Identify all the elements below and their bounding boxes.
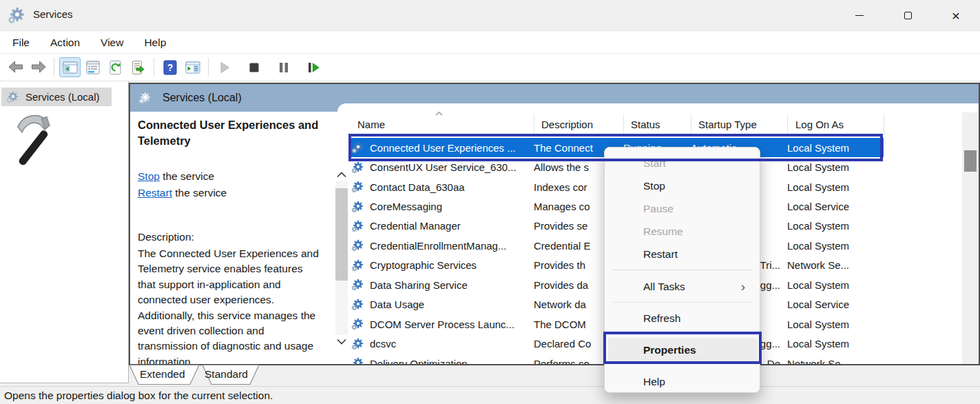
submenu-arrow-icon: › [741, 276, 745, 298]
services-node-icon [7, 91, 19, 103]
tab-extended[interactable]: Extended [140, 368, 185, 381]
context-menu-item-restart[interactable]: Restart [608, 243, 758, 265]
context-menu-item-resume: Resume [608, 221, 758, 243]
column-header-status[interactable]: Status [631, 119, 660, 130]
show-console-tree-icon [62, 59, 79, 76]
column-header-name[interactable]: Name [357, 119, 385, 130]
maximize-button[interactable] [884, 0, 932, 31]
toolbar-separator [208, 58, 209, 77]
service-gear-icon [352, 239, 364, 252]
service-gear-icon [352, 220, 364, 232]
context-menu-item-all-tasks[interactable]: All Tasks › [608, 276, 758, 298]
context-menu-item-stop[interactable]: Stop [608, 175, 758, 197]
service-log-on-as: Local Service [787, 299, 884, 310]
column-header-startup-type[interactable]: Startup Type [698, 119, 757, 130]
service-gear-icon [352, 201, 364, 213]
context-menu-item-refresh[interactable]: Refresh [608, 307, 758, 330]
start-service-icon [216, 59, 233, 76]
menu-view[interactable]: View [90, 31, 134, 54]
forward-button[interactable] [28, 57, 49, 77]
sort-ascending-icon [435, 107, 444, 119]
column-divider [623, 114, 624, 135]
description-scrollbar-thumb[interactable] [335, 188, 348, 281]
column-divider [534, 114, 534, 135]
service-log-on-as: Network Se... [787, 358, 884, 364]
window-title: Services [33, 8, 73, 20]
column-divider [884, 114, 884, 135]
service-name: dcsvc [370, 338, 396, 350]
menu-help[interactable]: Help [134, 31, 176, 54]
service-log-on-as: Local System [787, 240, 884, 252]
menu-file[interactable]: File [0, 31, 40, 54]
service-gear-icon [352, 279, 364, 291]
context-menu-item-properties[interactable]: Properties [608, 338, 758, 363]
restart-service-button[interactable] [302, 57, 324, 77]
forward-icon [30, 59, 47, 76]
description-scroll-down-button[interactable] [335, 336, 348, 348]
console-tree-panel: Services (Local) [0, 81, 129, 383]
menu-separator [613, 270, 753, 270]
service-log-on-as: Local System [787, 181, 884, 193]
service-gear-icon [352, 357, 364, 364]
tab-standard[interactable]: Standard [205, 368, 248, 381]
title-bar: Services × [0, 0, 980, 31]
menu-action[interactable]: Action [40, 31, 90, 54]
status-bar: Opens the properties dialog box for the … [0, 386, 980, 404]
menu-bar: File Action View Help [0, 31, 980, 54]
service-name: CredentialEnrollmentManag... [370, 240, 506, 252]
menu-separator [613, 302, 753, 303]
show-action-pane-button[interactable] [182, 57, 203, 77]
hammer-cursor-icon [11, 112, 54, 171]
service-log-on-as: Network Se... [787, 259, 884, 271]
service-gear-icon [352, 318, 364, 330]
properties-dialog-icon [85, 59, 101, 76]
toolbar-separator [54, 58, 54, 77]
column-header-description[interactable]: Description [541, 119, 593, 130]
minimize-button[interactable] [835, 0, 884, 31]
service-name: Delivery Optimization [370, 358, 468, 364]
service-log-on-as: Local System [787, 338, 884, 350]
description-scrollbar-track[interactable] [335, 181, 348, 335]
show-console-tree-button[interactable] [59, 57, 81, 77]
minimize-icon [855, 15, 864, 16]
stop-service-button[interactable] [243, 57, 264, 77]
refresh-button[interactable] [105, 57, 126, 77]
description-scroll-up-button[interactable] [335, 169, 348, 181]
help-button[interactable]: ? [159, 57, 180, 77]
service-gear-icon [352, 338, 364, 350]
export-list-button[interactable] [127, 57, 149, 77]
properties-dialog-button[interactable] [82, 57, 103, 77]
tree-item-label: Services (Local) [25, 91, 100, 103]
list-scrollbar-thumb[interactable] [964, 150, 977, 172]
start-service-button [213, 57, 235, 77]
service-gear-icon [352, 259, 364, 272]
help-icon: ? [162, 59, 178, 76]
service-gear-icon [352, 299, 364, 311]
service-name: DCOM Server Process Launc... [370, 319, 514, 330]
column-divider [691, 114, 691, 135]
service-gear-icon [352, 141, 364, 154]
pane-header-title: Services (Local) [163, 92, 242, 104]
service-log-on-as: Local System [787, 220, 884, 232]
context-menu-item-help[interactable]: Help [608, 371, 758, 393]
service-log-on-as: Local Service [787, 201, 884, 212]
close-button[interactable]: × [932, 0, 980, 31]
list-scrollbar-track[interactable] [962, 112, 979, 364]
service-name: Data Usage [370, 299, 424, 310]
restart-service-icon [305, 59, 322, 76]
tree-item-services-local[interactable]: Services (Local) [1, 88, 112, 106]
service-log-on-as: Local System [787, 161, 884, 173]
stop-service-link[interactable]: Stop [138, 170, 160, 182]
show-action-pane-icon [185, 59, 201, 76]
toolbar: ? [0, 54, 980, 81]
pause-service-button [273, 57, 294, 77]
column-header-log-on-as[interactable]: Log On As [795, 119, 844, 130]
context-menu-item-start: Start [608, 152, 758, 174]
service-action-links: Stop the service Restart the service [138, 168, 227, 201]
back-button[interactable] [5, 57, 26, 77]
restart-service-link[interactable]: Restart [138, 187, 172, 199]
detail-pane: Connected User Experiences and Telemetry… [138, 117, 344, 364]
services-app-icon [9, 7, 27, 25]
pause-service-icon [275, 59, 292, 76]
description-label: Description: [138, 231, 194, 243]
